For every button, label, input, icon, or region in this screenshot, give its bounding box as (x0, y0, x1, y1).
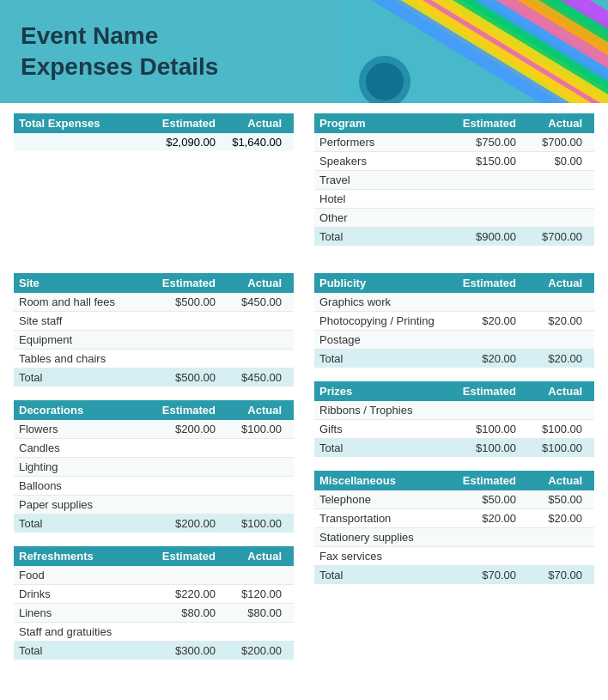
program-col-estimated: Estimated (457, 117, 523, 130)
decorations-label: Decorations (19, 404, 156, 417)
site-col-actual: Actual (222, 277, 289, 289)
table-row: Travel (314, 171, 594, 190)
publicity-label: Publicity (319, 277, 457, 289)
refreshments-section: Refreshments Estimated Actual Food Drink… (14, 546, 294, 660)
table-row: Drinks $220.00 $120.00 (14, 585, 294, 604)
page-title: Event Name Expenses Details (21, 21, 218, 83)
publicity-col-actual: Actual (523, 277, 589, 289)
total-expenses-col-estimated: Estimated (156, 117, 222, 130)
table-row: Gifts $100.00 $100.00 (314, 420, 594, 439)
table-row: Tables and chairs (14, 350, 294, 368)
table-row: Flowers $200.00 $100.00 (14, 420, 294, 439)
table-row: Fax services (314, 547, 594, 566)
total-expenses-data-row: $2,090.00 $1,640.00 (14, 133, 294, 151)
prizes-total-row: Total $100.00 $100.00 (314, 439, 594, 457)
refreshments-label: Refreshments (19, 550, 156, 563)
table-row: Ribbons / Trophies (314, 401, 594, 420)
miscellaneous-col-actual: Actual (523, 474, 589, 487)
miscellaneous-header: Miscellaneous Estimated Actual (314, 471, 594, 490)
refreshments-header: Refreshments Estimated Actual (14, 546, 294, 566)
decorations-col-actual: Actual (222, 404, 289, 417)
prizes-col-actual: Actual (523, 385, 589, 398)
table-row: Telephone $50.00 $50.00 (314, 490, 594, 509)
program-label: Program (319, 117, 457, 130)
prizes-section: Prizes Estimated Actual Ribbons / Trophi… (314, 381, 594, 457)
page-header: Event Name Expenses Details (0, 0, 608, 103)
site-header: Site Estimated Actual (14, 273, 294, 293)
top-section: Total Expenses Estimated Actual $2,090.0… (14, 113, 594, 259)
main-content: Total Expenses Estimated Actual $2,090.0… (0, 103, 608, 684)
table-row: Linens $80.00 $80.00 (14, 604, 294, 623)
total-expenses-actual: $1,640.00 (222, 136, 289, 149)
table-row: Postage (314, 331, 594, 350)
total-expenses-label: Total Expenses (19, 117, 156, 130)
prizes-col-estimated: Estimated (457, 385, 523, 398)
decorations-col-estimated: Estimated (156, 404, 222, 417)
prizes-header: Prizes Estimated Actual (314, 381, 594, 401)
table-row: Staff and gratuities (14, 623, 294, 642)
site-col-estimated: Estimated (156, 277, 222, 289)
total-expenses-section: Total Expenses Estimated Actual $2,090.0… (14, 113, 294, 246)
table-row: Room and hall fees $500.00 $450.00 (14, 293, 294, 312)
table-row: Other (314, 209, 594, 228)
table-row: Photocopying / Printing $20.00 $20.00 (314, 312, 594, 331)
table-row: Site staff (14, 312, 294, 331)
refreshments-total-row: Total $300.00 $200.00 (14, 642, 294, 660)
svg-point-12 (366, 63, 404, 100)
publicity-total-row: Total $20.00 $20.00 (314, 350, 594, 368)
table-row: Speakers $150.00 $0.00 (314, 152, 594, 171)
program-total-row: Total $900.00 $700.00 (314, 228, 594, 246)
table-row: Food (14, 566, 294, 585)
table-row: Graphics work (314, 293, 594, 312)
miscellaneous-section: Miscellaneous Estimated Actual Telephone… (314, 471, 594, 584)
left-column: Site Estimated Actual Room and hall fees… (14, 273, 294, 673)
table-row: Stationery supplies (314, 528, 594, 547)
miscellaneous-total-row: Total $70.00 $70.00 (314, 566, 594, 584)
publicity-col-estimated: Estimated (457, 277, 523, 289)
table-row: Lighting (14, 458, 294, 477)
header-decoration (342, 0, 608, 103)
table-row: Performers $750.00 $700.00 (314, 133, 594, 152)
miscellaneous-col-estimated: Estimated (457, 474, 523, 487)
total-expenses-estimated: $2,090.00 (156, 136, 222, 149)
table-row: Transportation $20.00 $20.00 (314, 509, 594, 528)
decorations-section: Decorations Estimated Actual Flowers $20… (14, 400, 294, 533)
miscellaneous-label: Miscellaneous (319, 474, 457, 487)
table-row: Equipment (14, 331, 294, 350)
decorations-total-row: Total $200.00 $100.00 (14, 514, 294, 533)
prizes-label: Prizes (319, 385, 457, 398)
refreshments-col-estimated: Estimated (156, 550, 222, 563)
site-total-row: Total $500.00 $450.00 (14, 368, 294, 387)
table-row: Balloons (14, 477, 294, 496)
table-row: Paper supplies (14, 496, 294, 514)
total-expenses-col-actual: Actual (222, 117, 289, 130)
site-section: Site Estimated Actual Room and hall fees… (14, 273, 294, 387)
total-expenses-header: Total Expenses Estimated Actual (14, 113, 294, 133)
right-column: Publicity Estimated Actual Graphics work… (314, 273, 594, 673)
publicity-header: Publicity Estimated Actual (314, 273, 594, 293)
refreshments-col-actual: Actual (222, 550, 289, 563)
site-label: Site (19, 277, 156, 289)
table-row: Hotel (314, 190, 594, 209)
program-col-actual: Actual (523, 117, 589, 130)
program-header: Program Estimated Actual (314, 113, 594, 133)
publicity-section: Publicity Estimated Actual Graphics work… (314, 273, 594, 368)
program-section: Program Estimated Actual Performers $750… (314, 113, 594, 246)
table-row: Candles (14, 439, 294, 458)
decorations-header: Decorations Estimated Actual (14, 400, 294, 420)
